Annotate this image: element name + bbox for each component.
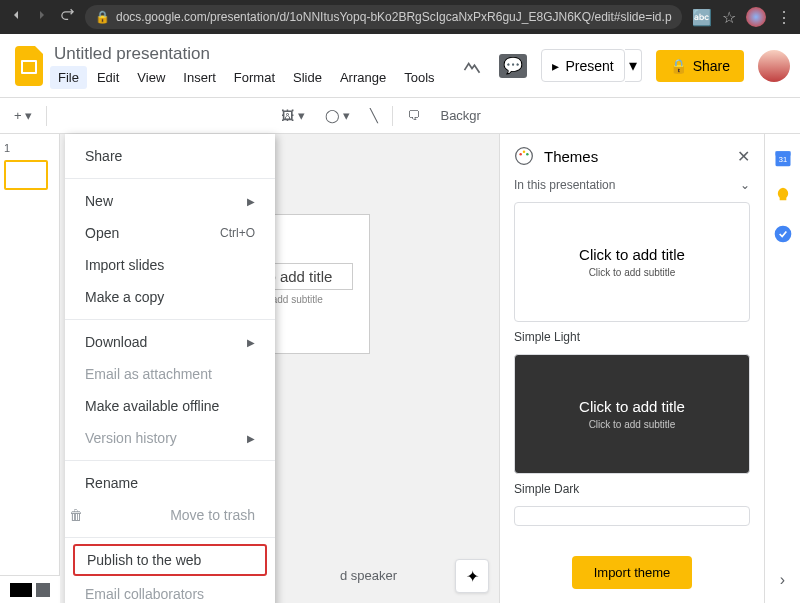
share-button[interactable]: 🔒 Share	[656, 50, 744, 82]
menu-email-attachment: Email as attachment	[65, 358, 275, 390]
themes-scope[interactable]: In this presentation ⌄	[500, 178, 764, 202]
thumbnail-panel: 1	[0, 134, 60, 603]
chevron-right-icon: ▶	[247, 196, 255, 207]
import-theme-button[interactable]: Import theme	[572, 556, 693, 589]
activity-icon[interactable]	[459, 53, 485, 79]
svg-point-2	[516, 148, 533, 165]
slide-thumbnail[interactable]	[4, 160, 48, 190]
translate-icon[interactable]: 🔤	[692, 8, 712, 27]
present-label: Present	[565, 58, 613, 74]
menu-rename[interactable]: Rename	[65, 467, 275, 499]
lock-share-icon: 🔒	[670, 58, 687, 74]
menu-share[interactable]: Share	[65, 140, 275, 172]
menubar: File Edit View Insert Format Slide Arran…	[50, 66, 459, 89]
themes-panel: Themes ✕ In this presentation ⌄ Click to…	[499, 134, 764, 603]
menu-icon[interactable]: ⋮	[776, 8, 792, 27]
menu-tools[interactable]: Tools	[396, 66, 442, 89]
line-tool-icon[interactable]: ╲	[364, 104, 384, 127]
profile-icon[interactable]	[746, 7, 766, 27]
menu-make-offline[interactable]: Make available offline	[65, 390, 275, 422]
chevron-right-icon[interactable]: ›	[780, 571, 785, 589]
app-header: Untitled presentation File Edit View Ins…	[0, 34, 800, 98]
explore-button[interactable]: ✦	[455, 559, 489, 593]
svg-point-3	[519, 153, 522, 156]
menu-download[interactable]: Download▶	[65, 326, 275, 358]
theme-next[interactable]	[514, 506, 750, 526]
grid-icon[interactable]	[36, 583, 50, 597]
comments-icon[interactable]: 💬	[499, 54, 527, 78]
menu-move-trash[interactable]: 🗑Move to trash	[65, 499, 275, 531]
share-label: Share	[693, 58, 730, 74]
keep-icon[interactable]	[773, 186, 793, 206]
calendar-icon[interactable]: 31	[773, 148, 793, 168]
theme-simple-light[interactable]: Click to add title Click to add subtitle	[514, 202, 750, 322]
menu-edit[interactable]: Edit	[89, 66, 127, 89]
star-icon[interactable]: ☆	[722, 8, 736, 27]
theme-simple-dark[interactable]: Click to add title Click to add subtitle	[514, 354, 750, 474]
tasks-icon[interactable]	[773, 224, 793, 244]
menu-format[interactable]: Format	[226, 66, 283, 89]
url-text: docs.google.com/presentation/d/1oNNItusY…	[116, 10, 672, 24]
menu-publish-web[interactable]: Publish to the web	[73, 544, 267, 576]
menu-new[interactable]: New▶	[65, 185, 275, 217]
view-switcher[interactable]	[0, 575, 60, 603]
palette-icon	[514, 146, 534, 166]
slides-logo-icon[interactable]	[10, 46, 50, 86]
doc-title[interactable]: Untitled presentation	[50, 42, 459, 66]
menu-email-collaborators: Email collaborators	[65, 578, 275, 603]
file-menu: Share New▶ OpenCtrl+O Import slides Make…	[65, 134, 275, 603]
browser-bar: 🔒 docs.google.com/presentation/d/1oNNItu…	[0, 0, 800, 34]
menu-insert[interactable]: Insert	[175, 66, 224, 89]
filmstrip-icon[interactable]	[10, 583, 32, 597]
svg-point-5	[526, 153, 529, 156]
menu-slide[interactable]: Slide	[285, 66, 330, 89]
theme-name-dark: Simple Dark	[514, 482, 750, 496]
close-icon[interactable]: ✕	[737, 147, 750, 166]
background-button[interactable]: Backgr	[434, 104, 486, 127]
thumb-number: 1	[4, 142, 10, 154]
toolbar: + ▾ 🖼 ▾ ◯ ▾ ╲ 🗨 Backgr	[0, 98, 800, 134]
menu-file[interactable]: File	[50, 66, 87, 89]
explore-icon: ✦	[466, 567, 479, 586]
menu-view[interactable]: View	[129, 66, 173, 89]
menu-open[interactable]: OpenCtrl+O	[65, 217, 275, 249]
menu-arrange[interactable]: Arrange	[332, 66, 394, 89]
workspace: 1 Share New▶ OpenCtrl+O Import slides Ma…	[0, 134, 800, 603]
theme-name-light: Simple Light	[514, 330, 750, 344]
trash-icon: 🗑	[69, 507, 83, 523]
chevron-right-icon: ▶	[247, 337, 255, 348]
shape-tool-icon[interactable]: ◯ ▾	[319, 104, 357, 127]
play-icon: ▸	[552, 58, 559, 74]
svg-text:31: 31	[778, 155, 786, 164]
avatar[interactable]	[758, 50, 790, 82]
url-bar[interactable]: 🔒 docs.google.com/presentation/d/1oNNItu…	[85, 5, 682, 29]
menu-import-slides[interactable]: Import slides	[65, 249, 275, 281]
lock-icon: 🔒	[95, 10, 110, 24]
svg-rect-1	[23, 62, 35, 72]
comment-tool-icon[interactable]: 🗨	[401, 104, 426, 127]
present-button[interactable]: ▸ Present	[541, 49, 624, 82]
svg-point-9	[774, 226, 791, 243]
present-dropdown[interactable]: ▾	[625, 49, 642, 82]
new-slide-button[interactable]: + ▾	[8, 104, 38, 127]
menu-version-history[interactable]: Version history▶	[65, 422, 275, 454]
back-icon[interactable]	[8, 7, 24, 27]
speaker-notes[interactable]: d speaker	[340, 568, 397, 583]
image-tool-icon[interactable]: 🖼 ▾	[275, 104, 311, 127]
svg-point-4	[523, 151, 526, 154]
forward-icon	[34, 7, 50, 27]
chevron-down-icon: ⌄	[740, 178, 750, 192]
side-rail: 31 ›	[764, 134, 800, 603]
themes-heading: Themes	[544, 148, 727, 165]
reload-icon[interactable]	[60, 8, 75, 27]
menu-make-copy[interactable]: Make a copy	[65, 281, 275, 313]
chevron-right-icon: ▶	[247, 433, 255, 444]
